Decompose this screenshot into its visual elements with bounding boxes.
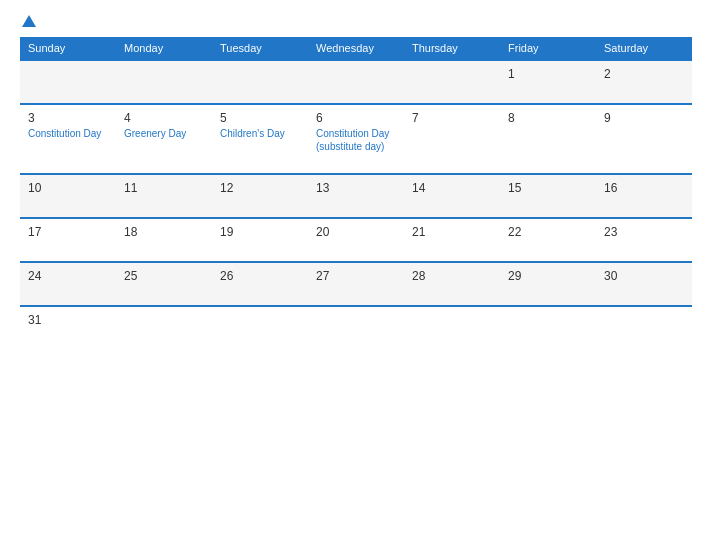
day-cell-4: 4Greenery Day bbox=[116, 104, 212, 174]
day-header-thursday: Thursday bbox=[404, 37, 500, 60]
week-row-3: 10111213141516 bbox=[20, 174, 692, 218]
day-number: 25 bbox=[124, 269, 204, 283]
holiday-label: Constitution Day (substitute day) bbox=[316, 127, 396, 153]
day-number: 22 bbox=[508, 225, 588, 239]
day-number: 20 bbox=[316, 225, 396, 239]
day-cell-1: 1 bbox=[500, 60, 596, 104]
day-cell-25: 25 bbox=[116, 262, 212, 306]
day-number: 23 bbox=[604, 225, 684, 239]
day-cell-empty bbox=[116, 306, 212, 349]
day-number: 30 bbox=[604, 269, 684, 283]
logo bbox=[20, 15, 36, 27]
day-header-saturday: Saturday bbox=[596, 37, 692, 60]
day-number: 8 bbox=[508, 111, 588, 125]
day-cell-11: 11 bbox=[116, 174, 212, 218]
day-number: 29 bbox=[508, 269, 588, 283]
day-cell-18: 18 bbox=[116, 218, 212, 262]
logo-triangle-icon bbox=[22, 15, 36, 27]
day-number: 14 bbox=[412, 181, 492, 195]
day-cell-3: 3Constitution Day bbox=[20, 104, 116, 174]
day-number: 19 bbox=[220, 225, 300, 239]
holiday-label: Children's Day bbox=[220, 127, 300, 140]
day-cell-empty bbox=[596, 306, 692, 349]
day-number: 31 bbox=[28, 313, 108, 327]
day-header-tuesday: Tuesday bbox=[212, 37, 308, 60]
day-number: 27 bbox=[316, 269, 396, 283]
day-number: 11 bbox=[124, 181, 204, 195]
day-cell-19: 19 bbox=[212, 218, 308, 262]
header bbox=[20, 15, 692, 27]
day-number: 15 bbox=[508, 181, 588, 195]
day-number: 18 bbox=[124, 225, 204, 239]
day-cell-15: 15 bbox=[500, 174, 596, 218]
day-cell-22: 22 bbox=[500, 218, 596, 262]
day-header-wednesday: Wednesday bbox=[308, 37, 404, 60]
day-cell-7: 7 bbox=[404, 104, 500, 174]
day-cell-6: 6Constitution Day (substitute day) bbox=[308, 104, 404, 174]
calendar-page: SundayMondayTuesdayWednesdayThursdayFrid… bbox=[0, 0, 712, 550]
day-cell-24: 24 bbox=[20, 262, 116, 306]
day-number: 4 bbox=[124, 111, 204, 125]
day-cell-empty bbox=[308, 60, 404, 104]
day-cell-5: 5Children's Day bbox=[212, 104, 308, 174]
day-cell-12: 12 bbox=[212, 174, 308, 218]
day-cell-empty bbox=[212, 306, 308, 349]
day-number: 3 bbox=[28, 111, 108, 125]
day-cell-21: 21 bbox=[404, 218, 500, 262]
day-cell-13: 13 bbox=[308, 174, 404, 218]
holiday-label: Constitution Day bbox=[28, 127, 108, 140]
day-number: 5 bbox=[220, 111, 300, 125]
day-number: 1 bbox=[508, 67, 588, 81]
calendar-table: SundayMondayTuesdayWednesdayThursdayFrid… bbox=[20, 37, 692, 349]
day-cell-2: 2 bbox=[596, 60, 692, 104]
day-cell-27: 27 bbox=[308, 262, 404, 306]
day-cell-31: 31 bbox=[20, 306, 116, 349]
day-cell-26: 26 bbox=[212, 262, 308, 306]
day-cell-8: 8 bbox=[500, 104, 596, 174]
day-number: 10 bbox=[28, 181, 108, 195]
day-cell-empty bbox=[308, 306, 404, 349]
day-number: 24 bbox=[28, 269, 108, 283]
day-cell-empty bbox=[20, 60, 116, 104]
day-cell-14: 14 bbox=[404, 174, 500, 218]
day-number: 13 bbox=[316, 181, 396, 195]
day-cell-empty bbox=[116, 60, 212, 104]
day-cell-9: 9 bbox=[596, 104, 692, 174]
holiday-label: Greenery Day bbox=[124, 127, 204, 140]
day-number: 16 bbox=[604, 181, 684, 195]
day-number: 21 bbox=[412, 225, 492, 239]
day-number: 12 bbox=[220, 181, 300, 195]
week-row-2: 3Constitution Day4Greenery Day5Children'… bbox=[20, 104, 692, 174]
day-cell-28: 28 bbox=[404, 262, 500, 306]
day-cell-17: 17 bbox=[20, 218, 116, 262]
day-number: 17 bbox=[28, 225, 108, 239]
day-header-sunday: Sunday bbox=[20, 37, 116, 60]
day-cell-empty bbox=[404, 60, 500, 104]
day-number: 9 bbox=[604, 111, 684, 125]
week-row-4: 17181920212223 bbox=[20, 218, 692, 262]
day-number: 7 bbox=[412, 111, 492, 125]
day-cell-empty bbox=[404, 306, 500, 349]
day-cell-16: 16 bbox=[596, 174, 692, 218]
day-cell-empty bbox=[212, 60, 308, 104]
day-cell-29: 29 bbox=[500, 262, 596, 306]
day-header-monday: Monday bbox=[116, 37, 212, 60]
day-number: 2 bbox=[604, 67, 684, 81]
day-cell-empty bbox=[500, 306, 596, 349]
week-row-5: 24252627282930 bbox=[20, 262, 692, 306]
day-cell-30: 30 bbox=[596, 262, 692, 306]
day-number: 6 bbox=[316, 111, 396, 125]
week-row-1: 12 bbox=[20, 60, 692, 104]
day-cell-10: 10 bbox=[20, 174, 116, 218]
day-number: 26 bbox=[220, 269, 300, 283]
day-cell-20: 20 bbox=[308, 218, 404, 262]
day-number: 28 bbox=[412, 269, 492, 283]
day-header-friday: Friday bbox=[500, 37, 596, 60]
day-cell-23: 23 bbox=[596, 218, 692, 262]
week-row-6: 31 bbox=[20, 306, 692, 349]
days-header-row: SundayMondayTuesdayWednesdayThursdayFrid… bbox=[20, 37, 692, 60]
